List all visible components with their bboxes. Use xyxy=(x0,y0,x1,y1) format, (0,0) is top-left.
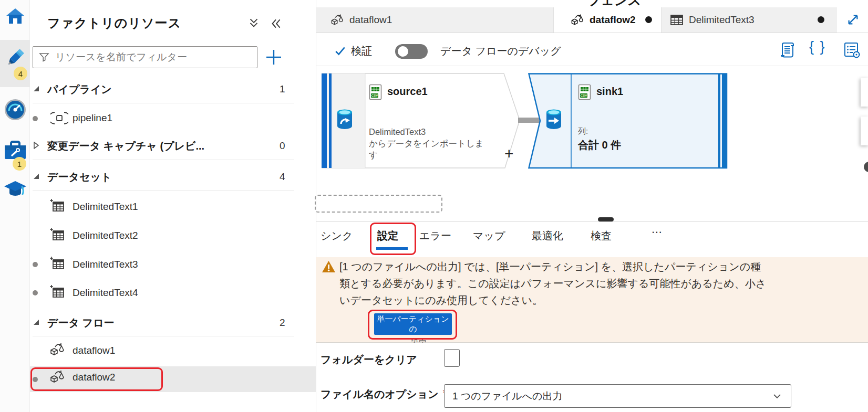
dataset-icon xyxy=(49,284,65,302)
divider xyxy=(33,103,294,103)
tab-delimitedtext3-dirty-dot xyxy=(818,16,824,23)
tab-mapping[interactable]: マップ xyxy=(473,229,505,243)
author-badge: 4 xyxy=(14,67,27,80)
section-dataflows[interactable]: データ フロー xyxy=(47,316,114,330)
warning-text-line3: いデータセットにのみ使用してください。 xyxy=(339,293,543,308)
monitor-gauge-icon[interactable] xyxy=(4,99,26,123)
tree-item-delimitedtext4[interactable]: DelimitedText4 xyxy=(73,287,138,299)
panel-title: ファクトリのリソース xyxy=(47,15,181,31)
delimitedtext4-status-dot xyxy=(33,290,38,295)
svg-text:CSV: CSV xyxy=(371,94,378,97)
warning-text-line2: 類とする必要があります。この設定はパフォーマンスに影響する可能性があるため、小さ xyxy=(339,277,766,291)
warning-text-line1: [1 つのファイルへの出力] では、[単一パーティション] を、選択したパーティ… xyxy=(339,260,761,274)
clear-folder-label: フォルダーをクリア xyxy=(321,353,417,367)
dataflow-icon xyxy=(48,341,65,360)
clipped-top-text: フェンス xyxy=(587,0,661,7)
expand-all-icon[interactable] xyxy=(247,17,261,33)
add-transformation-button[interactable]: + xyxy=(504,145,514,163)
dataflow-icon xyxy=(48,368,65,387)
debug-toggle-label: データ フローのデバッグ xyxy=(440,44,561,58)
splitter-handle[interactable] xyxy=(598,217,614,221)
tab-sink[interactable]: シンク xyxy=(321,229,353,243)
tab-optimize[interactable]: 最適化 xyxy=(532,229,563,243)
app-window: 4 1 ファクトリのリソース xyxy=(0,0,868,412)
section-cdc-count: 0 xyxy=(280,140,285,152)
filename-option-label: ファイル名のオプション xyxy=(321,387,439,402)
chevron-down-icon xyxy=(772,391,782,402)
section-datasets-count: 4 xyxy=(280,171,285,183)
section-cdc[interactable]: 変更データ キャプチャ (プレビ... xyxy=(47,139,204,153)
sink-columns-total: 合計 0 件 xyxy=(578,138,621,152)
canvas-control[interactable] xyxy=(861,117,868,145)
tab-inspect[interactable]: 検査 xyxy=(591,229,612,243)
dataset-icon xyxy=(49,198,65,216)
section-caret-icon[interactable] xyxy=(33,142,40,151)
tab-overflow-menu[interactable]: ⋯ xyxy=(652,226,662,238)
settings-list-icon[interactable] xyxy=(843,41,861,61)
source-node-title: source1 xyxy=(387,86,428,98)
tree-item-delimitedtext3[interactable]: DelimitedText3 xyxy=(73,259,138,270)
tab-label: dataflow1 xyxy=(349,14,392,26)
code-view-icon[interactable]: { } xyxy=(809,39,826,55)
clear-folder-checkbox[interactable] xyxy=(444,349,460,367)
dataflow-icon xyxy=(329,13,344,27)
section-caret-icon[interactable] xyxy=(33,319,40,329)
tab-delimitedtext3[interactable]: DelimitedText3 xyxy=(661,7,837,33)
sink-columns-label: 列: xyxy=(578,126,588,136)
section-caret-icon[interactable] xyxy=(33,173,40,183)
tab-dataflow1[interactable]: dataflow1 xyxy=(316,7,554,33)
csv-file-icon: CSV xyxy=(578,84,591,102)
tree-item-dataflow2[interactable]: dataflow2 xyxy=(73,372,115,383)
validate-button[interactable]: 検証 xyxy=(351,44,372,58)
tab-label: DelimitedText3 xyxy=(689,14,755,26)
canvas-top-border xyxy=(316,66,868,66)
resource-filter-input[interactable] xyxy=(55,51,252,63)
add-resource-button[interactable] xyxy=(264,47,284,69)
tab-label: dataflow2 xyxy=(590,14,636,26)
script-icon[interactable] xyxy=(779,41,796,61)
expand-pane-icon[interactable] xyxy=(846,13,860,29)
source-database-icon xyxy=(335,108,354,132)
canvas-control[interactable] xyxy=(861,78,868,107)
debug-toggle[interactable] xyxy=(395,44,428,59)
dataflow2-status-dot xyxy=(33,377,38,382)
divider xyxy=(33,190,294,191)
learning-cap-icon[interactable] xyxy=(3,179,27,202)
tabstrip-border xyxy=(316,33,868,33)
tab-settings[interactable]: 設定 xyxy=(377,229,398,243)
filename-option-value: 1 つのファイルへの出力 xyxy=(452,389,772,403)
canvas-control-dark[interactable] xyxy=(864,162,868,172)
pipeline1-status-dot xyxy=(33,116,38,121)
tab-errors[interactable]: エラー xyxy=(419,229,451,243)
section-caret-icon[interactable] xyxy=(33,86,40,95)
collapse-panel-icon[interactable] xyxy=(269,17,283,33)
section-datasets[interactable]: データセット xyxy=(47,170,111,184)
manage-badge: 1 xyxy=(13,157,26,171)
dataset-icon xyxy=(670,13,684,27)
validate-check-icon xyxy=(334,45,347,60)
tree-item-pipeline1[interactable]: pipeline1 xyxy=(73,112,112,124)
filename-option-select[interactable]: 1 つのファイルへの出力 xyxy=(444,384,791,408)
home-icon[interactable] xyxy=(6,7,25,28)
section-pipelines[interactable]: パイプライン xyxy=(47,82,112,97)
divider xyxy=(33,160,294,160)
resource-filter-box xyxy=(33,46,257,68)
clipped-button-text: 設定 xyxy=(411,339,434,343)
section-pipelines-count: 1 xyxy=(280,83,285,95)
filename-option-label-row: ファイル名のオプション * xyxy=(321,387,447,402)
tree-item-delimitedtext2[interactable]: DelimitedText2 xyxy=(73,230,138,241)
warning-icon xyxy=(322,260,336,276)
set-single-partition-button[interactable]: 単一パーティションの xyxy=(374,313,452,335)
dataflow-icon xyxy=(570,13,584,27)
tab-dataflow2-dirty-dot xyxy=(645,16,652,23)
tree-item-delimitedtext1[interactable]: DelimitedText1 xyxy=(73,201,138,213)
delimitedtext3-status-dot xyxy=(33,262,38,267)
sink-database-icon xyxy=(544,108,563,132)
canvas-drop-target xyxy=(315,195,442,213)
tree-item-dataflow1[interactable]: dataflow1 xyxy=(73,345,115,356)
dataset-icon xyxy=(49,227,65,245)
source-node-description: DelimitedText3 からデータをインポートしま す xyxy=(369,126,484,161)
divider xyxy=(33,336,294,336)
svg-text:CSV: CSV xyxy=(581,94,587,97)
toggle-knob xyxy=(398,46,408,57)
